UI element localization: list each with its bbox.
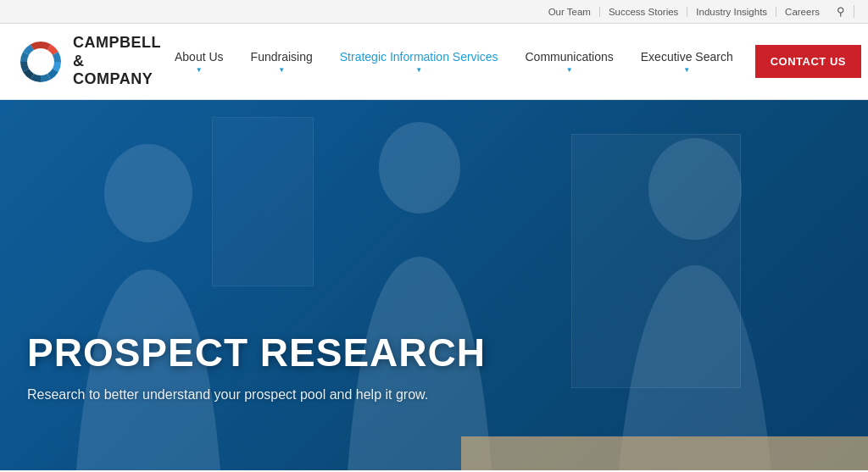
logo-company: & COMPANY	[73, 53, 161, 89]
utility-link-success-stories[interactable]: Success Stories	[600, 7, 687, 17]
nav-label-fundraising: Fundraising	[251, 50, 313, 64]
chevron-down-icon: ▼	[278, 66, 285, 74]
utility-link-careers[interactable]: Careers	[776, 7, 828, 17]
nav-item-communications[interactable]: Communications ▼	[512, 50, 627, 74]
hero-title: PROSPECT RESEARCH	[27, 330, 486, 375]
chevron-down-icon: ▼	[683, 66, 690, 74]
nav-item-about-us[interactable]: About Us ▼	[161, 50, 237, 74]
nav-links: About Us ▼ Fundraising ▼ Strategic Infor…	[161, 45, 861, 78]
bottom-preview-strip	[461, 436, 868, 470]
contact-us-button[interactable]: CONTACT US	[755, 45, 861, 78]
nav-item-fundraising[interactable]: Fundraising ▼	[237, 50, 326, 74]
chevron-down-icon: ▼	[415, 66, 422, 74]
utility-link-industry-insights[interactable]: Industry Insights	[687, 7, 776, 17]
main-navigation: CAMPBELL & COMPANY About Us ▼ Fundraisin…	[0, 24, 868, 100]
nav-label-strategic-information-services: Strategic Information Services	[340, 50, 498, 64]
logo[interactable]: CAMPBELL & COMPANY	[17, 34, 161, 89]
svg-point-1	[104, 144, 192, 242]
nav-item-strategic-information-services[interactable]: Strategic Information Services ▼	[326, 50, 512, 74]
svg-point-2	[379, 122, 460, 214]
search-icon[interactable]: ⚲	[828, 5, 854, 18]
chevron-down-icon: ▼	[566, 66, 573, 74]
nav-label-about-us: About Us	[175, 50, 224, 64]
nav-label-executive-search: Executive Search	[641, 50, 733, 64]
logo-name: CAMPBELL	[73, 34, 161, 53]
svg-point-0	[32, 53, 49, 70]
hero-content: PROSPECT RESEARCH Research to better und…	[27, 330, 486, 403]
utility-bar: Our Team Success Stories Industry Insigh…	[0, 0, 868, 24]
logo-text: CAMPBELL & COMPANY	[73, 34, 161, 89]
hero-people-imagery	[0, 100, 868, 470]
hero-section: PROSPECT RESEARCH Research to better und…	[0, 100, 868, 470]
hero-subtitle: Research to better understand your prosp…	[27, 387, 486, 403]
nav-label-communications: Communications	[526, 50, 614, 64]
nav-item-executive-search[interactable]: Executive Search ▼	[627, 50, 747, 74]
svg-point-3	[648, 138, 742, 240]
chevron-down-icon: ▼	[196, 66, 203, 74]
utility-link-our-team[interactable]: Our Team	[540, 7, 600, 17]
